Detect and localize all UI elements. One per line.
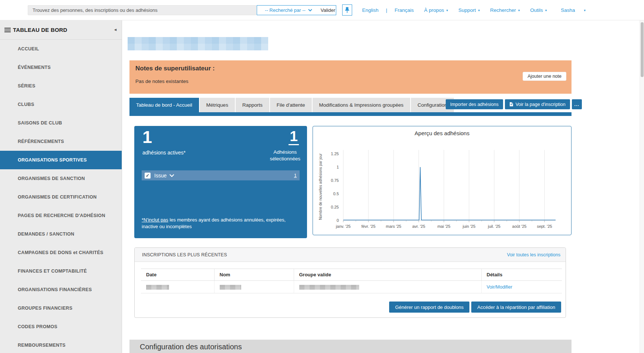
search-by-label: -- Recherché par -- — [265, 7, 306, 13]
top-bar: -- Recherché par -- Valider English | Fr… — [0, 0, 644, 20]
sidebar-item-accueil[interactable]: ACCUEIL — [0, 40, 122, 58]
pin-button[interactable] — [342, 4, 352, 16]
tab-file-attente[interactable]: File d'attente — [270, 98, 312, 112]
validate-button[interactable]: Valider — [320, 5, 336, 15]
caret-down-icon: ▾ — [446, 9, 448, 12]
view-all-registrations-link[interactable]: Voir toutes les inscriptions — [507, 252, 560, 257]
sidebar-item-referencements[interactable]: RÉFÉRENCEMENTS — [0, 132, 122, 151]
recent-registrations-title: INSCRIPTIONS LES PLUS RÉCENTES — [142, 252, 227, 257]
selected-label-line1: Adhésions — [270, 149, 300, 156]
tab-metriques[interactable]: Métriques — [200, 98, 235, 112]
tab-tableau-de-bord-accueil[interactable]: Tableau de bord - Accueil — [129, 98, 199, 112]
user-name: Sasha — [561, 7, 575, 13]
sidebar-item-codes-promos[interactable]: CODES PROMOS — [0, 317, 122, 336]
memberships-overview-chart-panel: Aperçu des adhésions janv. '25févr. '25m… — [313, 126, 571, 235]
permissions-config-heading: Configuration des autorisations — [140, 343, 242, 351]
issue-checkbox[interactable]: ✓ — [145, 173, 151, 179]
affiliation-breakdown-button[interactable]: Accéder à la répartition par affiliation — [471, 302, 561, 313]
table-row: Voir/Modifier — [141, 281, 562, 293]
lang-english-link[interactable]: English — [362, 7, 378, 13]
selected-label-line2: sélectionnées — [270, 156, 300, 162]
user-menu[interactable]: Sasha ▾ — [561, 7, 586, 13]
svg-text:1.25: 1.25 — [331, 151, 339, 156]
redacted-date-cell — [146, 285, 169, 290]
issue-filter-row: ✓ Issue 1 — [142, 170, 300, 180]
import-adhesions-button[interactable]: Importer des adhésions — [446, 99, 503, 109]
menu-support[interactable]: Support ▾ — [458, 7, 480, 13]
lang-french-link[interactable]: Français — [395, 7, 414, 13]
view-registration-page-button[interactable]: Voir la page d'inscription — [505, 99, 570, 109]
svg-text:avr. '25: avr. '25 — [412, 224, 425, 229]
svg-text:mai '25: mai '25 — [437, 224, 450, 229]
column-header-groupe-valide: Groupe valide — [294, 269, 481, 281]
sidebar: TABLEAU DE BORD ◂ ACCUEIL ÉVÉNEMENTS SÉR… — [0, 20, 122, 353]
menu-search-label: Rechercher — [490, 7, 516, 13]
footnote-underlined-text: *N'inclut pas — [142, 217, 168, 223]
memberships-line-chart: janv. '25févr. '25mars '25avr. '25mai '2… — [317, 138, 568, 233]
sidebar-item-organisations-sportives[interactable]: ORGANISATIONS SPORTIVES — [0, 151, 122, 169]
view-modify-link[interactable]: Voir/Modifier — [487, 284, 512, 290]
sidebar-collapse-arrow[interactable]: ◂ — [114, 27, 117, 32]
menu-search[interactable]: Rechercher ▾ — [490, 7, 520, 13]
svg-text:0.25: 0.25 — [331, 205, 339, 209]
sidebar-item-organismes-de-certification[interactable]: ORGANISMES DE CERTIFICATION — [0, 188, 122, 206]
column-header-details: Détails — [481, 269, 562, 281]
svg-text:0: 0 — [337, 218, 339, 223]
notes-title: Notes de superutilisateur : — [135, 65, 215, 72]
redacted-name-cell — [220, 285, 241, 290]
search-input[interactable] — [28, 5, 256, 15]
selected-memberships-count[interactable]: 1 — [289, 129, 299, 145]
tab-modifications-impressions[interactable]: Modifications & Impressions groupées — [313, 98, 410, 112]
recent-registrations-header: INSCRIPTIONS LES PLUS RÉCENTES Voir tout… — [135, 248, 566, 262]
sidebar-item-demandes-sanction[interactable]: DEMANDES / SANCTION — [0, 225, 122, 243]
sidebar-item-pages-recherche-adhesion[interactable]: PAGES DE RECHERCHE D'ADHÉSION — [0, 206, 122, 225]
chevron-down-icon — [308, 9, 312, 11]
sidebar-item-clubs[interactable]: CLUBS — [0, 95, 122, 114]
sidebar-item-evenements[interactable]: ÉVÉNEMENTS — [0, 58, 122, 77]
active-memberships-label: adhésions actives* — [142, 150, 186, 156]
chevron-down-icon[interactable] — [169, 174, 174, 177]
hamburger-menu-icon[interactable] — [4, 27, 11, 33]
view-registration-page-label: Voir la page d'inscription — [516, 102, 566, 107]
svg-text:janv. '25: janv. '25 — [336, 224, 351, 229]
sidebar-item-series[interactable]: SÉRIES — [0, 77, 122, 95]
sidebar-item-groupes-financiers[interactable]: GROUPES FINANCIERS — [0, 299, 122, 317]
menu-tools-label: Outils — [530, 7, 543, 13]
sidebar-item-saisons-de-club[interactable]: SAISONS DE CLUB — [0, 114, 122, 132]
sidebar-item-organisations-financieres[interactable]: ORGANISATIONS FINANCIÈRES — [0, 280, 122, 299]
issue-count-link[interactable]: 1 — [294, 173, 297, 178]
svg-text:févr. '25: févr. '25 — [361, 224, 375, 229]
sidebar-item-finances-comptabilite[interactable]: FINANCES ET COMPTABILITÉ — [0, 262, 122, 280]
top-nav: English | Français À propos ▾ Support ▾ … — [357, 0, 637, 20]
document-icon — [509, 102, 513, 107]
notes-empty-text: Pas de notes existantes — [135, 79, 188, 84]
sidebar-item-organismes-de-sanction[interactable]: ORGANISMES DE SANCTION — [0, 169, 122, 188]
tab-rapports[interactable]: Rapports — [236, 98, 269, 112]
search-by-dropdown[interactable]: -- Recherché par -- — [257, 5, 320, 15]
menu-tools[interactable]: Outils ▾ — [530, 7, 547, 13]
svg-text:0.5: 0.5 — [333, 192, 339, 196]
menu-about[interactable]: À propos ▾ — [424, 7, 448, 13]
column-header-date: Date — [141, 269, 214, 281]
svg-text:1: 1 — [337, 165, 339, 169]
recent-panel-buttons: Générer un rapport de doublons Accéder à… — [389, 302, 561, 313]
vertical-scrollbar-track[interactable] — [640, 20, 644, 353]
superuser-notes-panel: Notes de superutilisateur : Pas de notes… — [129, 60, 571, 94]
more-actions-button[interactable]: ... — [572, 99, 582, 109]
table-header-row: Date Nom Groupe valide Détails — [141, 269, 562, 281]
sidebar-item-campagnes-dons[interactable]: CAMPAGNES DE DONS et CHARITÉS — [0, 243, 122, 262]
svg-text:juil. '25: juil. '25 — [488, 224, 500, 229]
sidebar-title: TABLEAU DE BORD — [13, 27, 67, 33]
generate-duplicates-report-button[interactable]: Générer un rapport de doublons — [389, 302, 469, 313]
vertical-scrollbar-thumb[interactable] — [641, 22, 644, 77]
tab-action-buttons: Importer des adhésions Voir la page d'in… — [446, 99, 582, 109]
active-memberships-card: 1 adhésions actives* 1 Adhésions sélecti… — [134, 126, 307, 238]
add-note-button[interactable]: Ajouter une note — [523, 72, 566, 81]
sidebar-item-remboursements[interactable]: REMBOURSEMENTS — [0, 336, 122, 353]
column-header-nom: Nom — [214, 269, 294, 281]
menu-about-label: À propos — [424, 7, 444, 13]
active-memberships-count: 1 — [142, 127, 152, 147]
caret-down-icon: ▾ — [584, 9, 586, 12]
svg-text:sept. '25: sept. '25 — [537, 224, 552, 229]
redacted-group-cell — [299, 285, 359, 290]
